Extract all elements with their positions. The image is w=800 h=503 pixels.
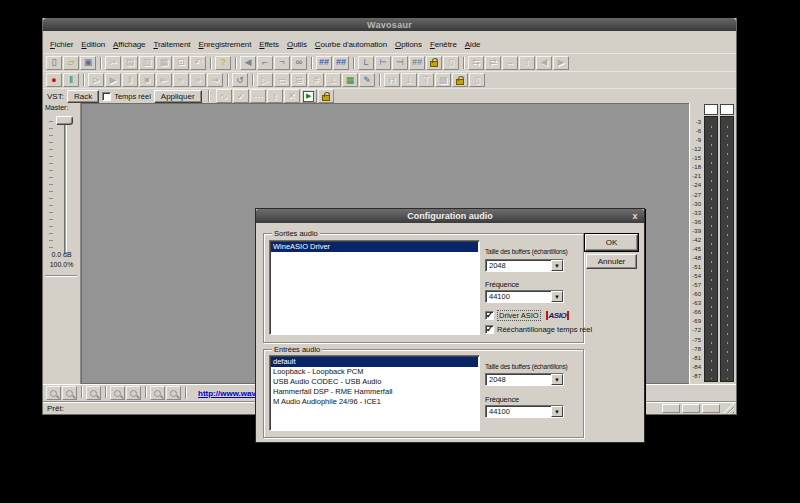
ok-button[interactable]: OK <box>585 234 638 251</box>
pencil-edit-button[interactable]: ✎ <box>359 73 375 87</box>
status-pane <box>682 404 700 413</box>
dropdown-arrow-icon[interactable]: ▼ <box>551 291 563 302</box>
inputs-freq-combo[interactable]: 44100 ▼ <box>485 405 564 418</box>
outputs-buffer-combo[interactable]: 2048 ▼ <box>485 259 564 272</box>
master-label: Master: <box>45 104 68 111</box>
list-item[interactable]: Loopback - Loopback PCM <box>271 367 478 377</box>
outputs-freq-combo[interactable]: 44100 ▼ <box>485 290 564 303</box>
go-to-start-icon: ⇤ <box>160 76 168 85</box>
meter-scale-label: -66 <box>690 309 702 315</box>
list-item[interactable]: USB Audio CODEC - USB Audio <box>271 377 478 387</box>
meter-scale: -3-6-9-12-15-18-21-24-27-30-33-36-39-42-… <box>690 119 702 379</box>
meter-scale-label: -45 <box>690 246 702 252</box>
open-folder-button[interactable]: ▱ <box>63 56 79 70</box>
block-button: ▩ <box>435 73 451 87</box>
list-item[interactable]: Hammerfall DSP - RME Hammerfall <box>271 387 478 397</box>
connector-button[interactable]: ⌐ <box>257 56 273 70</box>
menu-aide[interactable]: Aide <box>461 39 485 50</box>
toolbar-separator <box>185 387 187 399</box>
meter-scale-label: -39 <box>690 228 702 234</box>
realtime-checkbox[interactable] <box>102 92 111 101</box>
meter-scale-label: -36 <box>690 219 702 225</box>
marker-pair-1-button[interactable]: ## <box>316 56 332 70</box>
save-button[interactable]: ▣ <box>80 56 96 70</box>
menu-options[interactable]: Options <box>391 39 426 50</box>
toolbar-separator <box>463 57 465 69</box>
menu-courbe-d-automation[interactable]: Courbe d'automation <box>311 39 391 50</box>
crop-icon: ⊡ <box>177 58 185 67</box>
menu-fichier[interactable]: Fichier <box>46 39 77 50</box>
normalize-button: ⊥ <box>325 73 341 87</box>
menu-fen-tre[interactable]: Fenêtre <box>426 39 461 50</box>
zoom-horizontal-in-button <box>150 386 165 400</box>
lock-transport-button[interactable] <box>452 73 468 87</box>
lock-markers-button[interactable] <box>426 56 442 70</box>
chain-link-button[interactable]: ∞ <box>291 56 307 70</box>
inputs-buffer-combo[interactable]: 2048 ▼ <box>485 373 564 386</box>
audio-config-dialog: Configuration audio x Sorties audio Wine… <box>255 208 645 443</box>
speaker-button[interactable]: ◀ <box>240 56 256 70</box>
meter-right-bar <box>720 116 734 382</box>
swap-left-button: ⇆ <box>468 56 484 70</box>
list-item[interactable]: M Audio Audiophile 24/96 - ICE1 <box>271 397 478 407</box>
menu-affichage[interactable]: Affichage <box>109 39 149 50</box>
window-titlebar[interactable]: Wavosaur <box>43 18 736 31</box>
marker-l-button[interactable]: L <box>358 56 374 70</box>
vst-remove-button: ✕ <box>284 89 300 103</box>
marker-pair-2-button[interactable]: ## <box>333 56 349 70</box>
combo-value: 2048 <box>486 374 551 385</box>
cancel-button[interactable]: Annuler <box>586 254 637 269</box>
menu-effets[interactable]: Effets <box>255 39 283 50</box>
close-icon[interactable]: x <box>629 210 641 221</box>
master-slider-track[interactable] <box>64 117 67 255</box>
play-from-start-button: ⊳ <box>88 73 104 87</box>
marker-start-button[interactable]: ⊢ <box>375 56 391 70</box>
loop-button[interactable]: ↺ <box>232 73 248 87</box>
toolbar-transport: ●‖⊳▶‖■⇤«»⇥↺▷▭⊞#⊥▦✎H⊥⊤▩▯ <box>43 71 736 88</box>
connector-alt-button[interactable]: ¬ <box>274 56 290 70</box>
menu-enregistrement[interactable]: Enregistrement <box>194 39 255 50</box>
driver-asio-checkbox[interactable]: ✓ <box>485 311 494 320</box>
realtime-label: Temps réel <box>114 92 151 101</box>
zoom-horizontal-out-icon <box>170 390 177 397</box>
master-slider-thumb[interactable] <box>56 116 73 125</box>
menu-traitement[interactable]: Traitement <box>149 39 194 50</box>
menu-edition[interactable]: Edition <box>77 39 109 50</box>
menu-bar: FichierEditionAffichageTraitementEnregis… <box>43 31 736 53</box>
resample-checkbox[interactable]: ✓ <box>485 325 494 334</box>
marker-h-button: H <box>384 73 400 87</box>
apply-button[interactable]: Appliquer <box>154 90 202 103</box>
vst-lock-button[interactable] <box>318 89 334 103</box>
markers-all-button[interactable]: ## <box>409 56 425 70</box>
delete-marker-button: ▯ <box>443 56 459 70</box>
meter-scale-label: -78 <box>690 346 702 352</box>
vst-play-button[interactable]: ▶ <box>301 89 317 103</box>
batch-grid-button[interactable]: ▦ <box>342 73 358 87</box>
go-to-end-icon: ⇥ <box>211 76 219 85</box>
help-button[interactable]: ? <box>215 56 231 70</box>
outputs-listbox[interactable]: WineASIO Driver <box>269 240 480 335</box>
copy-to-new-button: ⊞ <box>291 73 307 87</box>
list-item[interactable]: WineASIO Driver <box>271 242 478 252</box>
zoom-icons <box>46 386 182 400</box>
new-file-button[interactable]: ▯ <box>46 56 62 70</box>
list-item[interactable]: default <box>271 357 478 367</box>
toolbar-separator <box>100 57 102 69</box>
dropdown-arrow-icon[interactable]: ▼ <box>551 406 563 417</box>
combo-value: 44100 <box>486 406 551 417</box>
menu-outils[interactable]: Outils <box>283 39 311 50</box>
resize-grip[interactable] <box>723 403 734 414</box>
dropdown-arrow-icon[interactable]: ▼ <box>551 260 563 271</box>
inputs-listbox[interactable]: defaultLoopback - Loopback PCMUSB Audio … <box>269 355 480 431</box>
rack-button[interactable]: Rack <box>67 90 99 103</box>
dropdown-arrow-icon[interactable]: ▼ <box>551 374 563 385</box>
marker-pair-1-icon: ## <box>319 58 329 67</box>
toolbar-separator <box>81 386 83 398</box>
toolbar-separator <box>227 74 229 86</box>
zoom-in-icon <box>50 390 57 397</box>
monitor-input-button[interactable]: ‖ <box>63 73 79 87</box>
status-pane <box>702 404 720 413</box>
record-button[interactable]: ● <box>46 73 62 87</box>
marker-end-button[interactable]: ⊣ <box>392 56 408 70</box>
dialog-titlebar[interactable]: Configuration audio x <box>256 209 644 223</box>
